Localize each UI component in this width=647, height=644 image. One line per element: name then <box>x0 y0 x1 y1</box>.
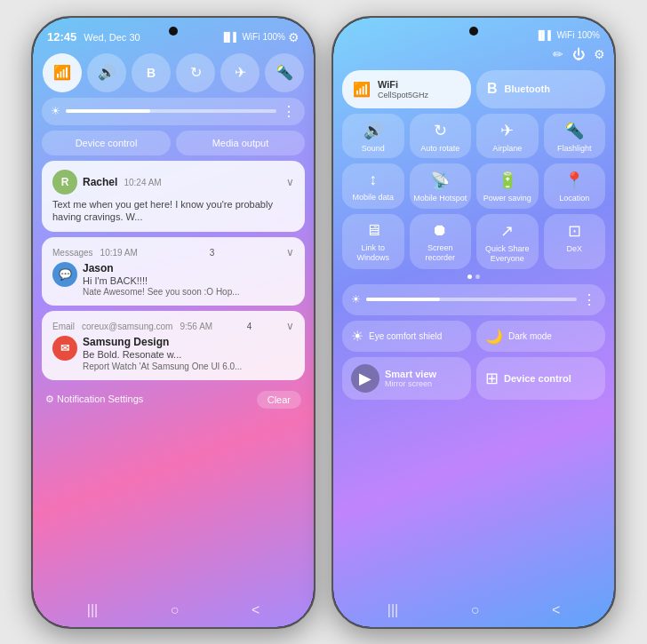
qs-screen-recorder-tile[interactable]: ⏺ Screen recorder <box>410 214 472 269</box>
clear-button[interactable]: Clear <box>257 391 301 409</box>
wifi-toggle[interactable]: 📶 <box>43 53 82 92</box>
dots-menu-right[interactable]: ⋮ <box>582 291 596 308</box>
qs-grid-row2: ↕ Mobile data 📡 Mobile Hotspot 🔋 Power s… <box>342 163 605 209</box>
qs-rotate-tile[interactable]: ↻ Auto rotate <box>410 114 472 159</box>
screen-recorder-icon: ⏺ <box>432 221 448 240</box>
left-phone: 12:45 Wed, Dec 30 ▐▌▌ WiFi 100% ⚙ 📶 🔊 <box>31 16 316 629</box>
notif-settings-row: ⚙ Notification Settings Clear <box>42 386 305 414</box>
nav-back-right[interactable]: < <box>552 602 560 618</box>
notif-count-messages: 3 <box>210 248 215 258</box>
media-output-btn[interactable]: Media output <box>176 131 305 155</box>
airplane-tile-icon: ✈ <box>500 121 514 140</box>
screen-recorder-label: Screen recorder <box>413 243 468 263</box>
bottom-nav-left: ||| ○ < <box>33 602 314 618</box>
qs-grid-row1: 🔊 Sound ↻ Auto rotate ✈ Airplane 🔦 Flash… <box>342 114 605 159</box>
nav-lines-left[interactable]: ||| <box>87 602 98 618</box>
flashlight-toggle[interactable]: 🔦 <box>265 53 304 92</box>
right-phone: ▐▌▌ WiFi 100% ✏ ⏻ ⚙ 📶 WiFi CellSpot5GHz <box>331 16 616 629</box>
link-windows-icon: 🖥 <box>365 221 381 240</box>
wifi-tile-sub: CellSpot5GHz <box>378 91 428 99</box>
settings-icon[interactable]: ⚙ <box>594 47 605 61</box>
pencil-icon[interactable]: ✏ <box>553 47 563 61</box>
nav-home-left[interactable]: ○ <box>171 602 180 618</box>
qs-top-row: ✏ ⏻ ⚙ <box>342 44 605 65</box>
dots-menu-left[interactable]: ⋮ <box>282 103 296 120</box>
avatar-messages: 💬 <box>52 262 77 287</box>
airplane-toggle[interactable]: ✈ <box>220 53 260 92</box>
qs-flashlight-tile[interactable]: 🔦 Flashlight <box>544 114 606 159</box>
notif-app-email: Email <box>52 322 75 331</box>
avatar-rachel: R <box>52 170 77 195</box>
qs-airplane-tile[interactable]: ✈ Airplane <box>476 114 539 159</box>
bt-tile-label: Bluetooth <box>505 83 550 95</box>
quick-settings-panel: ✏ ⏻ ⚙ 📶 WiFi CellSpot5GHz B Bluetooth <box>333 44 614 400</box>
dex-icon: ⊡ <box>568 221 581 241</box>
notification-messages[interactable]: Messages 10:19 AM 3 ∨ 💬 Jason Hi I'm BAC… <box>42 237 305 306</box>
sound-toggle[interactable]: 🔊 <box>87 53 126 92</box>
eye-comfort-tile[interactable]: ☀ Eye comfort shield <box>342 321 471 352</box>
bluetooth-toggle[interactable]: B <box>132 53 171 92</box>
punch-hole-right <box>469 27 478 36</box>
qs-power-saving-tile[interactable]: 🔋 Power saving <box>476 163 539 209</box>
qs-mobile-data-tile[interactable]: ↕ Mobile data <box>342 163 404 209</box>
notification-rachel[interactable]: R Rachel 10:24 AM ∨ Text me when you get… <box>42 161 305 233</box>
notif-name-rachel: Rachel <box>83 176 117 188</box>
dark-mode-tile[interactable]: 🌙 Dark mode <box>476 321 605 352</box>
wifi-tile[interactable]: 📶 WiFi CellSpot5GHz <box>342 70 471 108</box>
device-media-row: Device control Media output <box>42 131 305 155</box>
smart-view-tile[interactable]: ▶ Smart view Mirror screen <box>342 357 471 400</box>
nav-back-left[interactable]: < <box>252 602 260 618</box>
flashlight-icon: 🔦 <box>276 64 293 81</box>
brightness-row: ☀ ⋮ <box>42 98 305 125</box>
avatar-email: ✉ <box>52 336 77 361</box>
bluetooth-icon: B <box>147 66 156 80</box>
nav-lines-right[interactable]: ||| <box>387 602 398 618</box>
airplane-icon: ✈ <box>235 64 246 81</box>
hotspot-label: Mobile Hotspot <box>413 194 467 203</box>
notif-app-messages: Messages <box>52 248 93 258</box>
notif-time-rachel: 10:24 AM <box>124 178 161 187</box>
qs-quick-share-tile[interactable]: ↗ Quick Share Everyone <box>476 214 539 269</box>
qs-sound-tile[interactable]: 🔊 Sound <box>342 114 404 159</box>
notif-expand-messages[interactable]: ∨ <box>286 246 294 258</box>
sound-icon: 🔊 <box>98 64 116 81</box>
rotate-toggle[interactable]: ↻ <box>176 53 215 92</box>
qs-dex-tile[interactable]: ⊡ DeX <box>544 214 606 269</box>
eye-comfort-icon: ☀ <box>351 328 363 345</box>
signal-icon-right: ▐▌▌ <box>535 30 554 40</box>
qs-location-tile[interactable]: 📍 Location <box>544 163 606 209</box>
quick-share-icon: ↗ <box>500 221 514 241</box>
brightness-slider[interactable] <box>66 109 276 113</box>
signal-icon: ▐▌▌ <box>220 32 239 42</box>
brightness-icon-right: ☀ <box>351 293 361 306</box>
sound-tile-label: Sound <box>362 144 385 154</box>
nav-home-right[interactable]: ○ <box>471 602 480 618</box>
notif-count-email: 4 <box>247 322 252 331</box>
status-icons-left: ▐▌▌ WiFi 100% ⚙ <box>220 30 300 44</box>
page-dots <box>342 274 605 279</box>
smart-view-icon: ▶ <box>351 364 379 393</box>
gear-icon[interactable]: ⚙ <box>288 30 300 44</box>
qs-hotspot-tile[interactable]: 📡 Mobile Hotspot <box>410 163 472 209</box>
rotate-tile-icon: ↻ <box>434 121 447 140</box>
qs-bottom-tiles: ▶ Smart view Mirror screen ⊞ Device cont… <box>342 357 605 400</box>
notif-settings-label[interactable]: ⚙ Notification Settings <box>45 394 143 405</box>
time-left: 12:45 <box>47 30 76 44</box>
device-control-btn[interactable]: Device control <box>42 131 171 155</box>
qs-wifi-bt-row: 📶 WiFi CellSpot5GHz B Bluetooth <box>342 70 605 108</box>
device-control-tile[interactable]: ⊞ Device control <box>476 357 605 400</box>
notif-subtext-email: Report Watch 'At Samsung One UI 6.0... <box>83 362 242 371</box>
qs-brightness-slider[interactable] <box>366 298 577 301</box>
smart-view-sub: Mirror screen <box>385 379 436 388</box>
power-icon[interactable]: ⏻ <box>572 47 585 61</box>
notif-expand-rachel[interactable]: ∨ <box>286 176 294 188</box>
notif-expand-email[interactable]: ∨ <box>286 320 294 332</box>
dark-mode-icon: 🌙 <box>485 328 503 345</box>
notification-panel: 📶 🔊 B ↻ ✈ 🔦 ☀ <box>33 53 314 414</box>
qs-link-windows-tile[interactable]: 🖥 Link to Windows <box>342 214 404 269</box>
bluetooth-tile[interactable]: B Bluetooth <box>476 70 605 108</box>
power-saving-icon: 🔋 <box>498 171 517 190</box>
notification-email[interactable]: Email coreux@samsung.com 9:56 AM 4 ∨ ✉ S… <box>42 311 305 379</box>
link-windows-label: Link to Windows <box>346 243 401 263</box>
battery-icon: 100% <box>262 32 285 42</box>
